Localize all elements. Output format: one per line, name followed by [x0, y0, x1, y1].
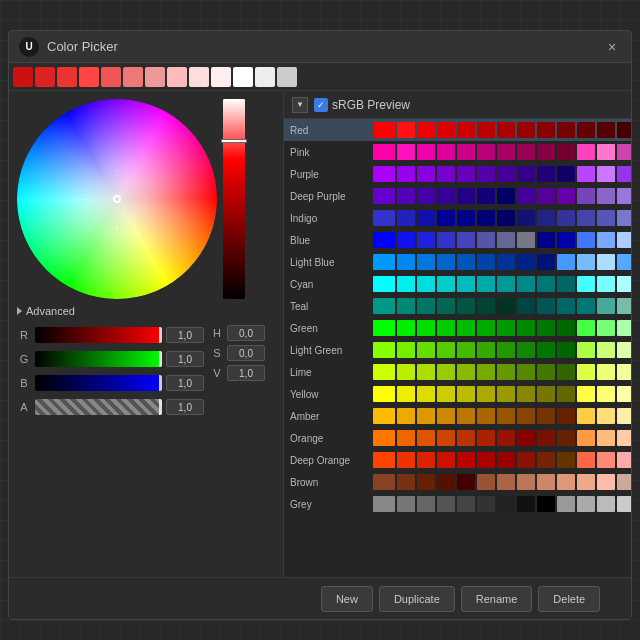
- swatch-11-10[interactable]: [597, 364, 615, 380]
- swatch-10-0[interactable]: [397, 342, 415, 358]
- header-swatch-6[interactable]: [145, 67, 165, 87]
- swatch-2-1[interactable]: [417, 166, 435, 182]
- swatch-14-3[interactable]: [457, 430, 475, 446]
- swatch-0-2[interactable]: [437, 122, 455, 138]
- color-row-6[interactable]: Light Blue: [284, 251, 631, 273]
- swatch-5-8[interactable]: [557, 232, 575, 248]
- swatch-6-10[interactable]: [597, 254, 615, 270]
- swatch-2-9[interactable]: [577, 166, 595, 182]
- swatch-17-8[interactable]: [557, 496, 575, 512]
- swatch-8-9[interactable]: [577, 298, 595, 314]
- swatch-7-3[interactable]: [457, 276, 475, 292]
- swatch-0-3[interactable]: [457, 122, 475, 138]
- swatch-9-0[interactable]: [397, 320, 415, 336]
- header-swatch-0[interactable]: [13, 67, 33, 87]
- swatch-17-4[interactable]: [477, 496, 495, 512]
- swatch-13-3[interactable]: [457, 408, 475, 424]
- swatch-1-7[interactable]: [537, 144, 555, 160]
- swatch-0-0[interactable]: [397, 122, 415, 138]
- v-value[interactable]: 1,0: [227, 365, 265, 381]
- swatch-10-6[interactable]: [517, 342, 535, 358]
- swatch-8-7[interactable]: [537, 298, 555, 314]
- swatch-6-3[interactable]: [457, 254, 475, 270]
- color-row-14[interactable]: Orange: [284, 427, 631, 449]
- swatch-17-3[interactable]: [457, 496, 475, 512]
- swatch-7-5[interactable]: [497, 276, 515, 292]
- swatch-11-8[interactable]: [557, 364, 575, 380]
- swatch-12-8[interactable]: [557, 386, 575, 402]
- swatch-5-4[interactable]: [477, 232, 495, 248]
- swatch-15-3[interactable]: [457, 452, 475, 468]
- swatch-16-2[interactable]: [437, 474, 455, 490]
- swatch-1-11[interactable]: [617, 144, 631, 160]
- swatch-8-8[interactable]: [557, 298, 575, 314]
- swatch-10-5[interactable]: [497, 342, 515, 358]
- g-slider[interactable]: [35, 351, 162, 367]
- swatch-6-9[interactable]: [577, 254, 595, 270]
- main-swatch-17[interactable]: [373, 496, 395, 512]
- color-row-12[interactable]: Yellow: [284, 383, 631, 405]
- r-value[interactable]: 1,0: [166, 327, 204, 343]
- swatch-3-8[interactable]: [557, 188, 575, 204]
- main-swatch-10[interactable]: [373, 342, 395, 358]
- swatch-5-1[interactable]: [417, 232, 435, 248]
- swatch-5-0[interactable]: [397, 232, 415, 248]
- swatch-14-6[interactable]: [517, 430, 535, 446]
- swatch-2-11[interactable]: [617, 166, 631, 182]
- swatch-2-8[interactable]: [557, 166, 575, 182]
- swatch-4-0[interactable]: [397, 210, 415, 226]
- main-swatch-9[interactable]: [373, 320, 395, 336]
- header-swatch-8[interactable]: [189, 67, 209, 87]
- swatch-1-8[interactable]: [557, 144, 575, 160]
- color-row-2[interactable]: Purple: [284, 163, 631, 185]
- swatch-2-4[interactable]: [477, 166, 495, 182]
- advanced-header[interactable]: Advanced: [17, 305, 275, 317]
- swatch-4-1[interactable]: [417, 210, 435, 226]
- swatch-12-1[interactable]: [417, 386, 435, 402]
- main-swatch-8[interactable]: [373, 298, 395, 314]
- swatch-11-3[interactable]: [457, 364, 475, 380]
- swatch-16-3[interactable]: [457, 474, 475, 490]
- swatch-14-9[interactable]: [577, 430, 595, 446]
- swatch-6-2[interactable]: [437, 254, 455, 270]
- header-swatch-9[interactable]: [211, 67, 231, 87]
- srgb-checkbox[interactable]: ✓: [314, 98, 328, 112]
- swatch-3-1[interactable]: [417, 188, 435, 204]
- swatch-5-2[interactable]: [437, 232, 455, 248]
- swatch-0-9[interactable]: [577, 122, 595, 138]
- header-swatch-11[interactable]: [255, 67, 275, 87]
- swatch-17-7[interactable]: [537, 496, 555, 512]
- swatch-2-7[interactable]: [537, 166, 555, 182]
- swatch-16-11[interactable]: [617, 474, 631, 490]
- swatch-10-7[interactable]: [537, 342, 555, 358]
- swatch-9-4[interactable]: [477, 320, 495, 336]
- swatch-14-4[interactable]: [477, 430, 495, 446]
- header-swatch-7[interactable]: [167, 67, 187, 87]
- color-row-3[interactable]: Deep Purple: [284, 185, 631, 207]
- swatch-11-1[interactable]: [417, 364, 435, 380]
- swatch-13-0[interactable]: [397, 408, 415, 424]
- swatch-13-5[interactable]: [497, 408, 515, 424]
- swatch-15-2[interactable]: [437, 452, 455, 468]
- swatch-7-6[interactable]: [517, 276, 535, 292]
- swatch-12-3[interactable]: [457, 386, 475, 402]
- dropdown-arrow[interactable]: ▼: [292, 97, 308, 113]
- swatch-8-1[interactable]: [417, 298, 435, 314]
- swatch-12-2[interactable]: [437, 386, 455, 402]
- swatch-2-5[interactable]: [497, 166, 515, 182]
- swatch-9-10[interactable]: [597, 320, 615, 336]
- swatch-7-9[interactable]: [577, 276, 595, 292]
- swatch-0-6[interactable]: [517, 122, 535, 138]
- color-row-5[interactable]: Blue: [284, 229, 631, 251]
- swatch-12-10[interactable]: [597, 386, 615, 402]
- swatch-10-10[interactable]: [597, 342, 615, 358]
- swatch-8-2[interactable]: [437, 298, 455, 314]
- a-value[interactable]: 1,0: [166, 399, 204, 415]
- swatch-17-11[interactable]: [617, 496, 631, 512]
- swatch-8-6[interactable]: [517, 298, 535, 314]
- swatch-13-4[interactable]: [477, 408, 495, 424]
- swatch-5-6[interactable]: [517, 232, 535, 248]
- swatch-14-8[interactable]: [557, 430, 575, 446]
- header-swatch-10[interactable]: [233, 67, 253, 87]
- swatch-13-10[interactable]: [597, 408, 615, 424]
